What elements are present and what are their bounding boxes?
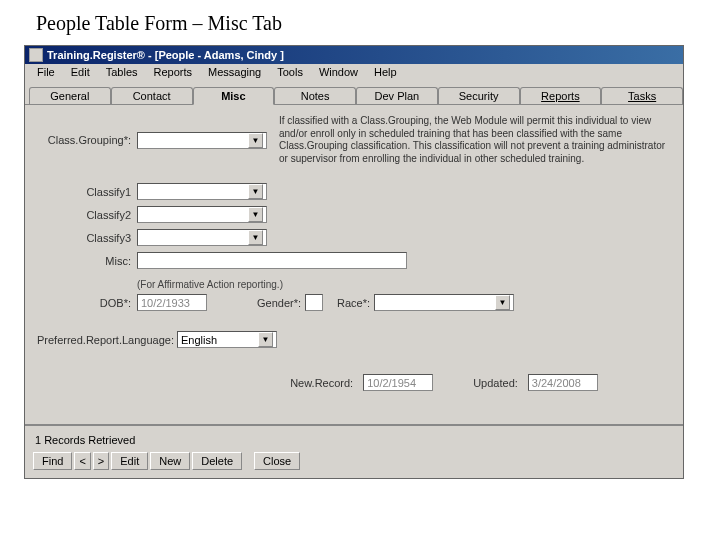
label-classify2: Classify2 [37, 209, 137, 221]
label-gender: Gender*: [257, 297, 305, 309]
tab-devplan[interactable]: Dev Plan [356, 87, 438, 104]
app-icon [29, 48, 43, 62]
chevron-down-icon[interactable]: ▼ [495, 295, 510, 310]
classgrouping-help: If classified with a Class.Grouping, the… [279, 115, 671, 165]
preflang-combo[interactable]: English ▼ [177, 331, 277, 348]
race-combo[interactable]: ▼ [374, 294, 514, 311]
dob-field[interactable] [137, 294, 207, 311]
label-newrecord: New.Record: [290, 377, 359, 389]
menu-tools[interactable]: Tools [269, 64, 311, 82]
gender-field[interactable] [305, 294, 323, 311]
titlebar-text: Training.Register® - [People - Adams, Ci… [47, 49, 284, 61]
status-text: 1 Records Retrieved [35, 434, 673, 446]
close-button[interactable]: Close [254, 452, 300, 470]
chevron-down-icon[interactable]: ▼ [248, 230, 263, 245]
titlebar: Training.Register® - [People - Adams, Ci… [25, 46, 683, 64]
chevron-down-icon[interactable]: ▼ [248, 207, 263, 222]
classify1-combo[interactable]: ▼ [137, 183, 267, 200]
menu-help[interactable]: Help [366, 64, 405, 82]
classify2-combo[interactable]: ▼ [137, 206, 267, 223]
chevron-down-icon[interactable]: ▼ [248, 184, 263, 199]
find-button[interactable]: Find [33, 452, 72, 470]
newrecord-field [363, 374, 433, 391]
tabbar: General Contact Misc Notes Dev Plan Secu… [25, 82, 683, 104]
menu-messaging[interactable]: Messaging [200, 64, 269, 82]
label-classify3: Classify3 [37, 232, 137, 244]
label-dob: DOB*: [37, 297, 137, 309]
updated-field [528, 374, 598, 391]
label-preflang: Preferred.Report.Language: [37, 334, 177, 346]
menu-edit[interactable]: Edit [63, 64, 98, 82]
form-area: Class.Grouping*: ▼ If classified with a … [25, 104, 683, 424]
label-misc: Misc: [37, 255, 137, 267]
menu-window[interactable]: Window [311, 64, 366, 82]
preflang-value: English [181, 334, 258, 346]
label-updated: Updated: [473, 377, 524, 389]
app-window: Training.Register® - [People - Adams, Ci… [24, 45, 684, 479]
tab-reports[interactable]: Reports [520, 87, 602, 104]
tab-contact[interactable]: Contact [111, 87, 193, 104]
menu-file[interactable]: File [29, 64, 63, 82]
tab-tasks[interactable]: Tasks [601, 87, 683, 104]
tab-security[interactable]: Security [438, 87, 520, 104]
menubar: File Edit Tables Reports Messaging Tools… [25, 64, 683, 82]
delete-button[interactable]: Delete [192, 452, 242, 470]
menu-tables[interactable]: Tables [98, 64, 146, 82]
tab-general[interactable]: General [29, 87, 111, 104]
chevron-down-icon[interactable]: ▼ [258, 332, 273, 347]
label-classify1: Classify1 [37, 186, 137, 198]
menu-reports[interactable]: Reports [146, 64, 201, 82]
tab-notes[interactable]: Notes [274, 87, 356, 104]
aa-caption: (For Affirmative Action reporting.) [137, 279, 671, 290]
classify3-combo[interactable]: ▼ [137, 229, 267, 246]
label-race: Race*: [337, 297, 374, 309]
tab-misc[interactable]: Misc [193, 87, 275, 105]
label-classgrouping: Class.Grouping*: [37, 134, 137, 146]
bottom-panel: 1 Records Retrieved Find < > Edit New De… [25, 424, 683, 478]
classgrouping-combo[interactable]: ▼ [137, 132, 267, 149]
new-button[interactable]: New [150, 452, 190, 470]
next-button[interactable]: > [93, 452, 109, 470]
edit-button[interactable]: Edit [111, 452, 148, 470]
button-bar: Find < > Edit New Delete Close [33, 452, 675, 470]
chevron-down-icon[interactable]: ▼ [248, 133, 263, 148]
prev-button[interactable]: < [74, 452, 90, 470]
page-heading: People Table Form – Misc Tab [36, 12, 702, 35]
misc-input[interactable] [137, 252, 407, 269]
